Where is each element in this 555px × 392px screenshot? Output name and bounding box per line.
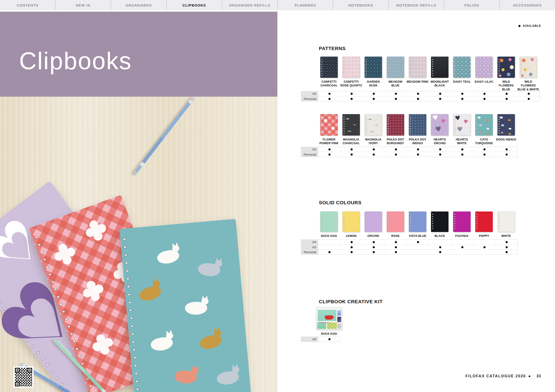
availability-cell bbox=[385, 152, 407, 157]
nav-tab-accessories[interactable]: ACCESSORIES bbox=[500, 0, 555, 10]
nav-tab-new-in[interactable]: NEW IN bbox=[56, 0, 111, 10]
availability-dot bbox=[351, 98, 353, 100]
product-label-dogs-indigo: DOGS INDIGO bbox=[496, 138, 516, 147]
product-label-magnolia-charcoal: MAGNOLIA CHARCOAL bbox=[340, 138, 362, 147]
availability-cell bbox=[385, 147, 407, 152]
flower-motif bbox=[98, 339, 108, 349]
product-swatch-magnolia-ivory bbox=[365, 114, 382, 135]
availability-dot bbox=[461, 148, 463, 150]
size-row-label: Personal bbox=[301, 96, 318, 101]
patterns-group-1: CONFETTI CHARCOALCONFETTI ROSE QUARTZGAR… bbox=[301, 57, 540, 101]
availability-cell bbox=[407, 91, 429, 96]
product-swatch-wild-flowers-blue bbox=[497, 57, 515, 78]
availability-cell bbox=[385, 240, 407, 245]
availability-cell bbox=[318, 250, 340, 254]
cat-motif bbox=[138, 284, 163, 303]
product-label-vista-blue: VISTA BLUE bbox=[409, 234, 426, 239]
availability-cell bbox=[429, 91, 451, 96]
nav-tab-clipbooks[interactable]: CLIPBOOKS bbox=[167, 0, 222, 10]
availability-dot bbox=[373, 246, 375, 248]
label-row: CONFETTI CHARCOALCONFETTI ROSE QUARTZGAR… bbox=[318, 80, 540, 91]
availability-dot bbox=[417, 241, 419, 243]
availability-cell bbox=[429, 147, 451, 152]
product-label-polka-dot-burgundy: POLKA DOT BURGUNDY bbox=[384, 138, 407, 147]
product-swatch-duck-egg bbox=[320, 212, 338, 232]
product-swatch-vista-blue bbox=[409, 212, 426, 232]
availability-cell bbox=[451, 147, 473, 152]
availability-dot bbox=[506, 154, 508, 156]
nav-tab-folios[interactable]: FOLIOS bbox=[444, 0, 500, 10]
product-label-cats-turquoise: CATS TURQUOISE bbox=[473, 138, 495, 147]
kit-box-text: clipbook bbox=[320, 321, 329, 324]
product-label-lemon: LEMON bbox=[346, 234, 356, 239]
availability-cell bbox=[318, 245, 340, 249]
availability-dot bbox=[483, 98, 486, 100]
product-swatch-daisy-teal bbox=[453, 57, 471, 78]
creative-kit-section-title: CLIPBOOK CREATIVE KIT bbox=[319, 299, 383, 304]
availability-cell bbox=[473, 250, 495, 254]
product-swatch-fuchsia bbox=[453, 212, 471, 232]
availability-dot bbox=[329, 98, 330, 100]
availability-cell bbox=[429, 96, 451, 101]
blue-pen-top bbox=[132, 97, 195, 176]
nav-tab-organisers[interactable]: ORGANISERS bbox=[111, 0, 167, 10]
availability-cell bbox=[407, 240, 429, 245]
availability-cell bbox=[473, 245, 495, 249]
product-label-hearts-orchid: HEARTS ORCHID bbox=[429, 138, 451, 147]
availability-cell bbox=[318, 240, 340, 245]
availability-cell bbox=[318, 337, 340, 342]
availability-dot bbox=[483, 154, 486, 156]
size-row-label: A5 bbox=[301, 245, 318, 249]
availability-dot bbox=[373, 148, 375, 150]
cat-motif bbox=[156, 249, 180, 265]
availability-dot bbox=[483, 93, 486, 95]
label-row: DUCK EGGLEMONORCHIDROSEVISTA BLUEBLACKFU… bbox=[318, 234, 518, 239]
size-row-label: A5 bbox=[301, 91, 318, 96]
page-number: 33 bbox=[536, 374, 541, 378]
availability-cell bbox=[451, 96, 473, 101]
product-label-white: WHITE bbox=[501, 234, 511, 239]
size-row-label: A4 bbox=[301, 240, 318, 245]
product-swatch-poppy bbox=[475, 212, 493, 232]
product-label-poppy: POPPY bbox=[479, 234, 489, 239]
nav-tab-notebooks[interactable]: NOTEBOOKS bbox=[333, 0, 388, 10]
nav-tab-organiser-refills[interactable]: ORGANISER REFILLS bbox=[222, 0, 278, 10]
cat-motif bbox=[198, 333, 223, 351]
availability-dot bbox=[351, 246, 353, 248]
qr-pattern bbox=[15, 368, 32, 386]
product-label-confetti-charcoal: CONFETTI CHARCOAL bbox=[318, 80, 340, 91]
product-swatch-cats-turquoise bbox=[475, 114, 493, 135]
nav-tab-planners[interactable]: PLANNERS bbox=[278, 0, 333, 10]
swatch-row: ♥♥♥♥♥♥ bbox=[318, 114, 518, 135]
availability-dot bbox=[351, 93, 353, 95]
availability-cell bbox=[495, 250, 518, 254]
nav-tab-contents[interactable]: CONTENTS bbox=[0, 0, 56, 10]
availability-cell bbox=[362, 245, 385, 249]
availability-cell bbox=[407, 245, 429, 249]
availability-dot bbox=[483, 148, 486, 150]
hero-banner: Clipbooks bbox=[0, 12, 278, 97]
availability-dot bbox=[417, 98, 419, 100]
availability-dot bbox=[329, 338, 330, 340]
product-label-duck-egg: DUCK EGG bbox=[321, 234, 337, 239]
nav-tab-notebook-refills[interactable]: NOTEBOOK REFILLS bbox=[388, 0, 444, 10]
availability-cell bbox=[407, 152, 429, 157]
availability-dot bbox=[417, 154, 419, 156]
availability-dot bbox=[439, 251, 441, 253]
availability-cell bbox=[340, 250, 362, 254]
availability-dot bbox=[461, 246, 463, 248]
availability-cell bbox=[362, 250, 385, 254]
product-swatch-meadow-pink bbox=[409, 57, 426, 78]
product-swatch-black bbox=[431, 212, 448, 232]
availability-dot bbox=[506, 251, 508, 253]
cat-motif bbox=[185, 302, 207, 315]
heart-motif-icon: ♥ bbox=[432, 114, 439, 121]
availability-dot bbox=[417, 93, 419, 95]
label-row: FLOWER POWER PINKMAGNOLIA CHARCOALMAGNOL… bbox=[318, 138, 518, 147]
availability-cell bbox=[318, 91, 340, 96]
product-swatch-lemon bbox=[343, 212, 360, 232]
availability-row-a5: A5 bbox=[301, 147, 518, 152]
availability-row-a5: A5 bbox=[301, 91, 540, 96]
availability-dot bbox=[417, 148, 419, 150]
product-label-flower-power-pink: FLOWER POWER PINK bbox=[318, 138, 340, 147]
